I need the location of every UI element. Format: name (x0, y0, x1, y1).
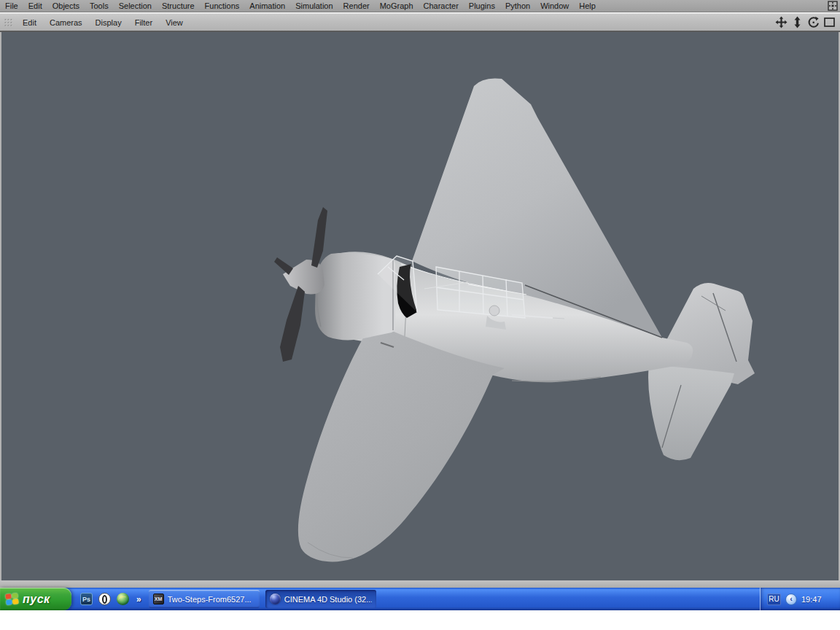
screenshot-letterbox (0, 610, 840, 630)
menu-simulation[interactable]: Simulation (290, 1, 338, 11)
vp-menu-display[interactable]: Display (89, 17, 128, 28)
screen: File Edit Objects Tools Selection Struct… (0, 0, 840, 630)
pan-icon[interactable] (775, 16, 788, 28)
photoshop-icon[interactable]: Ps (80, 593, 93, 605)
airplane-model[interactable] (1, 32, 839, 580)
plane-propeller-spinner[interactable] (283, 260, 324, 294)
opera-icon[interactable] (98, 593, 111, 605)
toolbar-grip-icon[interactable] (4, 18, 13, 28)
zoom-icon[interactable] (791, 16, 804, 28)
task-label: Two-Steps-From6527... (168, 595, 252, 604)
system-tray: RU ‹ 19:47 (760, 588, 840, 610)
start-label: пуск (23, 593, 50, 606)
3d-viewport[interactable] (0, 32, 840, 580)
menu-animation[interactable]: Animation (244, 1, 290, 11)
task-buttons: XM Two-Steps-From6527... CINEMA 4D Studi… (149, 588, 376, 610)
globe-browser-icon[interactable] (117, 593, 129, 605)
menu-selection[interactable]: Selection (114, 1, 157, 11)
menu-window[interactable]: Window (535, 1, 574, 11)
menu-python[interactable]: Python (500, 1, 535, 11)
task-label: CINEMA 4D Studio (32... (284, 595, 372, 604)
menu-plugins[interactable]: Plugins (464, 1, 500, 11)
menu-file[interactable]: File (0, 1, 23, 11)
menu-character[interactable]: Character (419, 1, 464, 11)
menu-mograph[interactable]: MoGraph (375, 1, 419, 11)
vp-menu-view[interactable]: View (159, 17, 190, 28)
window-bottom-edge (0, 580, 840, 588)
vp-menu-cameras[interactable]: Cameras (43, 17, 89, 28)
start-button[interactable]: пуск (0, 588, 71, 610)
menu-structure[interactable]: Structure (157, 1, 200, 11)
menu-objects[interactable]: Objects (47, 1, 85, 11)
hide-icons-chevron[interactable]: ‹ (785, 594, 797, 605)
clock[interactable]: 19:47 (801, 595, 822, 604)
viewport-menubar: Edit Cameras Display Filter View (0, 13, 840, 32)
taskbar: пуск Ps » XM Two-Steps-From6527... CINEM… (0, 588, 840, 610)
layout-window-icon[interactable] (828, 1, 838, 11)
plane-tail-stabilizer[interactable] (648, 365, 734, 460)
language-indicator[interactable]: RU (767, 594, 781, 605)
plane-engine-cowling[interactable] (315, 253, 395, 341)
menu-render[interactable]: Render (338, 1, 375, 11)
rotate-icon[interactable] (807, 16, 820, 28)
quicklaunch-overflow-chevron[interactable]: » (136, 594, 141, 604)
task-button-cinema4d[interactable]: CINEMA 4D Studio (32... (265, 590, 376, 608)
vp-menu-filter[interactable]: Filter (128, 17, 159, 28)
menu-tools[interactable]: Tools (85, 1, 114, 11)
menu-functions[interactable]: Functions (200, 1, 245, 11)
menu-edit[interactable]: Edit (23, 1, 47, 11)
cinema4d-icon (270, 594, 281, 604)
quick-launch: Ps » (71, 588, 149, 610)
windows-flag-icon (5, 593, 20, 606)
toggle-view-icon[interactable] (823, 16, 836, 28)
xm-tracker-icon: XM (153, 594, 164, 604)
task-button-xm[interactable]: XM Two-Steps-From6527... (149, 590, 260, 608)
vp-menu-edit[interactable]: Edit (16, 17, 43, 28)
menu-help[interactable]: Help (574, 1, 601, 11)
main-menubar: File Edit Objects Tools Selection Struct… (0, 0, 840, 12)
